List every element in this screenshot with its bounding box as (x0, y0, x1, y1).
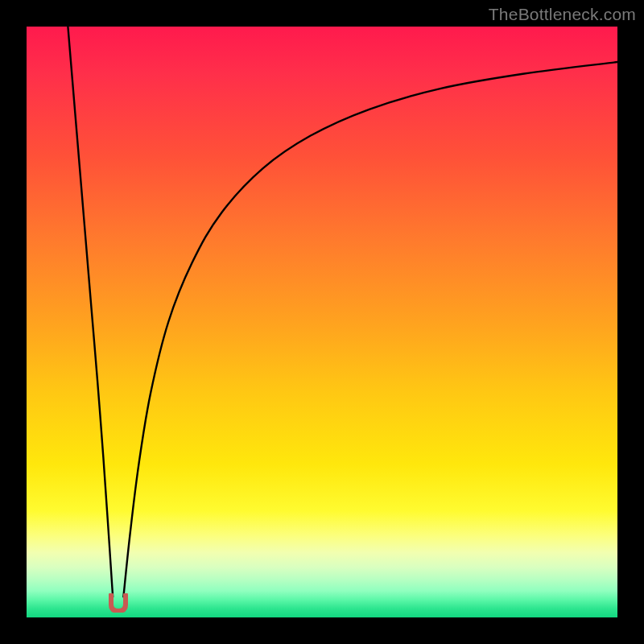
chart-frame: TheBottleneck.com (0, 0, 644, 644)
valley-marker-icon (108, 593, 129, 613)
curve-left-branch (68, 27, 113, 597)
curve-layer (27, 27, 617, 617)
watermark-text: TheBottleneck.com (489, 5, 636, 24)
plot-area (27, 27, 617, 617)
curve-right-branch (123, 62, 617, 597)
